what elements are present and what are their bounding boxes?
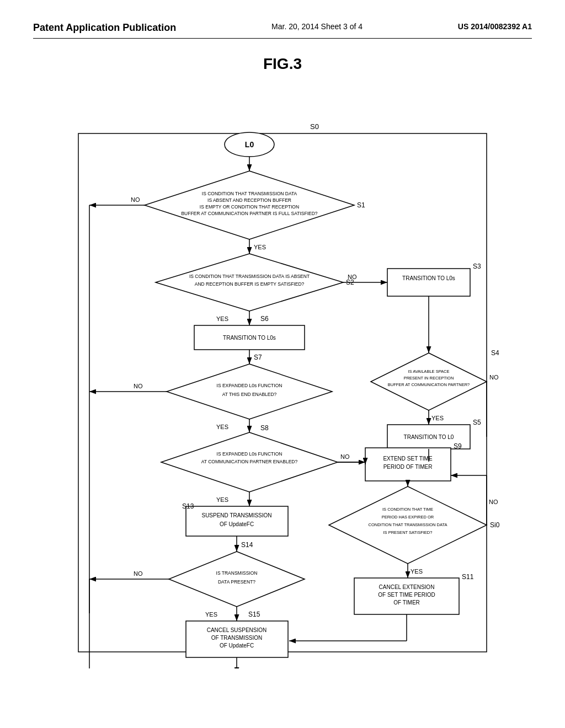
- s8-no-label: NO: [340, 453, 350, 460]
- s15-text1: CANCEL SUSPENSION: [207, 627, 267, 633]
- s10-yes-label: YES: [411, 568, 423, 575]
- s2-text1: IS CONDITION THAT TRANSMISSION DATA IS A…: [189, 274, 310, 279]
- s4-text2: PRESENT IN RECEPTION: [404, 376, 454, 381]
- s1-text3: IS EMPTY OR CONDITION THAT RECEPTION: [200, 204, 299, 210]
- s11-text1: CANCEL EXTENSION: [379, 584, 435, 590]
- s11-label: S11: [462, 573, 474, 581]
- s7-arrow-label: S7: [254, 354, 262, 361]
- flowchart-diagram: S0 L0 IS CONDITION THAT TRANSMISSION DAT…: [45, 89, 520, 668]
- s4-yes-label: YES: [431, 415, 444, 421]
- s2-yes-label: YES: [216, 315, 228, 322]
- s2-text2: AND RECEPTION BUFFER IS EMPTY SATISFIED?: [195, 281, 305, 287]
- s14-yes-label: YES: [205, 611, 217, 618]
- s1-text2: IS ABSENT AND RECEPTION BUFFER: [207, 197, 291, 203]
- s10-no-label: NO: [489, 499, 498, 505]
- s4-text3: BUFFER AT COMMUNICATION PARTNER?: [388, 382, 470, 387]
- s6-text: TRANSITION TO L0s: [223, 335, 276, 341]
- s11-text3: OF TIMER: [393, 599, 420, 606]
- s14-arrow-label: S14: [241, 541, 253, 549]
- s15-arrow-label: S15: [248, 611, 260, 618]
- s1-text4: BUFFER AT COMMUNICATION PARTNER IS FULL …: [181, 211, 317, 216]
- s10-text4: IS PRESENT SATISFIED?: [383, 530, 433, 535]
- s10-text3: CONDITION THAT TRANSMISSION DATA: [369, 522, 447, 527]
- s7-text1: IS EXPANDED L0s FUNCTION: [217, 383, 282, 388]
- page-header: Patent Application Publication Mar. 20, …: [33, 22, 532, 39]
- publication-label: Patent Application Publication: [33, 22, 176, 34]
- s8-text2: AT COMMUNICATION PARTNER ENABLED?: [201, 459, 298, 464]
- figure-title: FIG.3: [33, 55, 532, 73]
- s3-box: [387, 269, 470, 296]
- page: Patent Application Publication Mar. 20, …: [0, 0, 565, 728]
- s11-text2: OF SET TIME PERIOD: [378, 592, 435, 598]
- sheet-info: Mar. 20, 2014 Sheet 3 of 4: [271, 22, 363, 31]
- s3-text1: TRANSITION TO L0s: [402, 275, 455, 281]
- s14-text1: IS TRANSMISSION: [216, 570, 258, 576]
- l0-text: L0: [245, 140, 254, 149]
- s4-diamond: [371, 353, 487, 410]
- s4-label: S4: [491, 349, 499, 357]
- s15-text3: OF UpdateFC: [220, 643, 254, 649]
- s9-text2: PERIOD OF TIMER: [383, 464, 433, 470]
- s8-arrow-label: S8: [260, 424, 269, 432]
- s4-text1: IS AVAILABLE SPACE: [408, 369, 449, 374]
- s8-text1: IS EXPANDED L0s FUNCTION: [217, 451, 282, 457]
- s2-no-label: NO: [348, 274, 357, 280]
- s1-yes-label: YES: [254, 244, 266, 250]
- s14-no-label: NO: [134, 570, 143, 577]
- flowchart-svg: S0 L0 IS CONDITION THAT TRANSMISSION DAT…: [45, 89, 520, 668]
- s1-no-label: NO: [131, 196, 140, 203]
- s7-no-label: NO: [134, 383, 143, 389]
- s14-text2: DATA PRESENT?: [218, 579, 255, 585]
- s13-text1: SUSPEND TRANSMISSION: [201, 512, 271, 518]
- s10-text2: PERIOD HAS EXPIRED OR: [382, 515, 434, 520]
- s13-label: S13: [182, 502, 194, 510]
- s5-text: TRANSITION TO L0: [404, 434, 454, 440]
- s8-yes-label: YES: [216, 496, 228, 503]
- s6-label: S6: [260, 315, 269, 323]
- s4-no-label: NO: [489, 374, 499, 381]
- s9-label: S9: [454, 442, 462, 450]
- s7-text2: AT THIS END ENABLED?: [222, 392, 277, 397]
- s0-label: S0: [310, 122, 319, 131]
- s1-label: S1: [357, 201, 365, 209]
- s3-label: S3: [473, 263, 481, 270]
- patent-number: US 2014/0082392 A1: [458, 22, 532, 31]
- s10-text1: IS CONDITION THAT TIME: [382, 507, 433, 512]
- s9-text1: EXTEND SET TIME: [383, 456, 432, 462]
- s13-text2: OF UpdateFC: [220, 521, 254, 527]
- s1-text1: IS CONDITION THAT TRANSMISSION DATA: [202, 191, 297, 196]
- s10-label: Si0: [490, 521, 500, 529]
- s15-text2: OF TRANSMISSION: [211, 635, 263, 641]
- s7-yes-label: YES: [216, 424, 228, 430]
- s5-label: S5: [473, 419, 481, 426]
